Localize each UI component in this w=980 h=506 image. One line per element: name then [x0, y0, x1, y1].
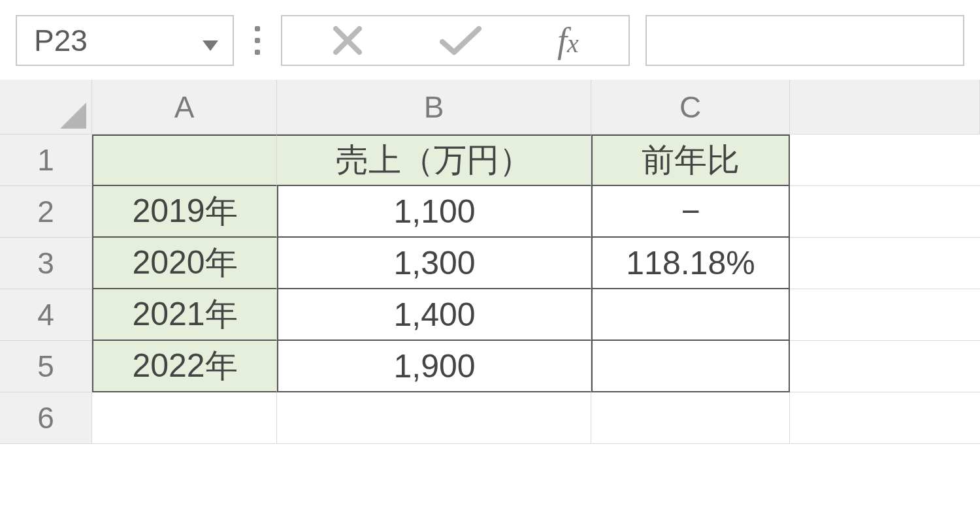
cell-C1[interactable]: 前年比 [591, 134, 790, 186]
formula-bar-icons: fx [281, 15, 630, 66]
cell-A6[interactable] [92, 392, 277, 444]
cell-D6[interactable] [790, 392, 980, 444]
name-box-value: P23 [34, 23, 88, 58]
spreadsheet-grid: A B C 1 売上（万円） 前年比 2 2019年 1,100 − 3 202… [0, 80, 980, 444]
cell-B5[interactable]: 1,900 [277, 341, 591, 392]
col-header-A[interactable]: A [92, 80, 277, 134]
cell-D3[interactable] [790, 238, 980, 289]
col-header-C[interactable]: C [591, 80, 790, 134]
dropdown-icon[interactable] [203, 23, 218, 58]
cell-D5[interactable] [790, 341, 980, 392]
cell-A3[interactable]: 2020年 [92, 238, 277, 289]
cell-C5[interactable] [591, 341, 790, 392]
formula-input[interactable] [645, 15, 964, 66]
cell-A4[interactable]: 2021年 [92, 289, 277, 341]
cell-D1[interactable] [790, 134, 980, 186]
row-header-4[interactable]: 4 [0, 289, 92, 341]
cell-A2[interactable]: 2019年 [92, 186, 277, 238]
col-header-B[interactable]: B [277, 80, 591, 134]
enter-icon [440, 25, 482, 56]
cell-C3[interactable]: 118.18% [591, 238, 790, 289]
formula-bar-row: P23 fx [0, 0, 980, 80]
cell-B1[interactable]: 売上（万円） [277, 134, 591, 186]
svg-marker-0 [203, 40, 218, 51]
fx-icon[interactable]: fx [557, 20, 579, 61]
row-header-6[interactable]: 6 [0, 392, 92, 444]
cell-D2[interactable] [790, 186, 980, 238]
cell-B2[interactable]: 1,100 [277, 186, 591, 238]
cell-B6[interactable] [277, 392, 591, 444]
cell-C4[interactable] [591, 289, 790, 341]
row-header-2[interactable]: 2 [0, 186, 92, 238]
row-header-3[interactable]: 3 [0, 238, 92, 289]
select-all-triangle[interactable] [0, 80, 92, 134]
cell-A5[interactable]: 2022年 [92, 341, 277, 392]
cancel-icon [332, 25, 363, 56]
name-box[interactable]: P23 [16, 15, 234, 66]
cell-A1[interactable] [92, 134, 277, 186]
row-header-1[interactable]: 1 [0, 134, 92, 186]
cell-C6[interactable] [591, 392, 790, 444]
cell-B4[interactable]: 1,400 [277, 289, 591, 341]
cell-D4[interactable] [790, 289, 980, 341]
kebab-icon[interactable] [250, 26, 265, 55]
cell-B3[interactable]: 1,300 [277, 238, 591, 289]
row-header-5[interactable]: 5 [0, 341, 92, 392]
cell-C2[interactable]: − [591, 186, 790, 238]
col-header-empty[interactable] [790, 80, 980, 134]
